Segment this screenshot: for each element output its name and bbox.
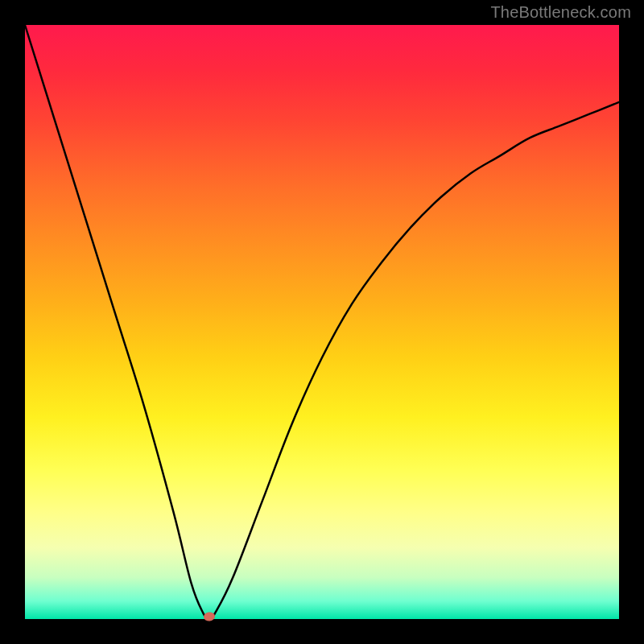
minimum-marker [203,612,215,622]
plot-area [25,25,619,619]
chart-frame: TheBottleneck.com [0,0,644,644]
watermark-text: TheBottleneck.com [490,3,631,22]
bottleneck-curve [25,25,619,619]
